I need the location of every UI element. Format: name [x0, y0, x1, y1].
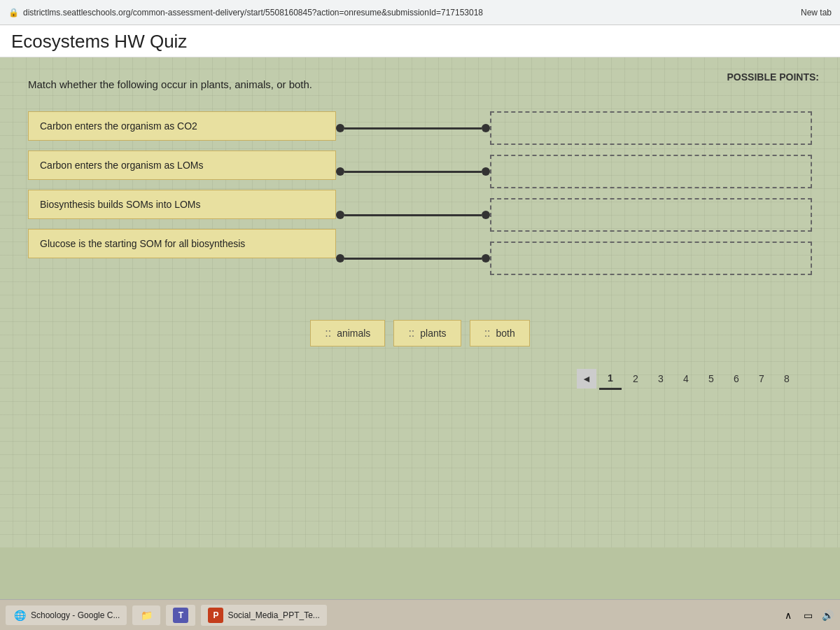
question-item-3: Biosynthesis builds SOMs into LOMs: [28, 190, 336, 219]
matching-container: Carbon enters the organism as CO2 Carbon…: [28, 111, 812, 285]
pagination: ◄ 1 2 3 4 5 6 7 8: [28, 368, 812, 390]
connector-line-3: [344, 214, 482, 216]
taskbar-item-teams[interactable]: T: [166, 605, 195, 626]
dot-right-4: [482, 254, 490, 262]
connector-line-4: [344, 258, 482, 260]
page-title: Ecosystems HW Quiz: [11, 31, 829, 52]
dot-left-2: [336, 167, 344, 176]
page-num-7[interactable]: 7: [750, 368, 773, 390]
page-prev-arrow[interactable]: ◄: [577, 369, 596, 388]
question-item-4: Glucose is the starting SOM for all bios…: [28, 229, 336, 258]
question-item-2: Carbon enters the organism as LOMs: [28, 150, 336, 180]
answer-boxes: [490, 111, 812, 275]
url-bar: districtlms.seattleschools.org/common-as…: [23, 8, 794, 18]
matching-wrapper: Carbon enters the organism as CO2 Carbon…: [28, 111, 812, 390]
page-num-8[interactable]: 8: [776, 368, 798, 390]
display-icon[interactable]: ▭: [801, 608, 815, 622]
taskbar-item-powerpoint-label: Social_Media_PPT_Te...: [227, 610, 319, 620]
dot-right-2: [482, 167, 490, 176]
page-num-3[interactable]: 3: [650, 368, 672, 390]
answer-box-1[interactable]: [490, 111, 812, 145]
page-num-1[interactable]: 1: [599, 368, 622, 390]
question-item-1: Carbon enters the organism as CO2: [28, 111, 336, 141]
question-item-3-text: Biosynthesis builds SOMs into LOMs: [40, 199, 201, 210]
speaker-icon[interactable]: 🔊: [820, 608, 834, 622]
taskbar-item-powerpoint[interactable]: P Social_Media_PPT_Te...: [201, 605, 326, 626]
drag-handle-animals: ::: [325, 328, 331, 339]
taskbar-item-schoology-label: Schoology - Google C...: [31, 610, 120, 620]
question-instruction: Match whether the following occur in pla…: [28, 78, 812, 90]
drag-handle-plants: ::: [408, 328, 414, 339]
possible-points: POSSIBLE POINTS:: [727, 71, 819, 83]
dot-left-1: [336, 124, 344, 132]
question-item-4-text: Glucose is the starting SOM for all bios…: [40, 238, 245, 249]
answer-box-2[interactable]: [490, 155, 812, 188]
page-num-2[interactable]: 2: [624, 368, 647, 390]
drag-items-area: :: animals :: plants :: both: [28, 320, 812, 346]
taskbar-right: ∧ ▭ 🔊: [781, 608, 834, 622]
dot-right-3: [482, 211, 490, 219]
chevron-up-icon[interactable]: ∧: [781, 608, 795, 622]
drag-handle-both: ::: [484, 328, 491, 339]
dot-left-4: [336, 254, 344, 262]
connector-row-4: [336, 241, 490, 275]
files-icon: 📁: [139, 608, 153, 622]
taskbar-item-files[interactable]: 📁: [132, 606, 160, 625]
answer-box-3[interactable]: [490, 198, 812, 232]
dot-right-1: [482, 124, 490, 132]
main-content: POSSIBLE POINTS: Match whether the follo…: [0, 57, 840, 547]
powerpoint-icon: P: [208, 608, 223, 623]
drag-item-plants-label: plants: [420, 328, 446, 339]
schoology-icon: 🌐: [13, 608, 27, 622]
question-items: Carbon enters the organism as CO2 Carbon…: [28, 111, 336, 258]
connector-line-1: [344, 127, 482, 130]
connector-line-2: [344, 171, 482, 173]
page-num-6[interactable]: 6: [725, 368, 748, 390]
connector-row-2: [336, 155, 490, 188]
drag-item-both[interactable]: :: both: [470, 320, 530, 346]
drag-item-both-label: both: [496, 328, 515, 339]
dot-left-3: [336, 211, 344, 219]
connector-row-1: [336, 111, 490, 145]
page-num-5[interactable]: 5: [700, 368, 722, 390]
taskbar: 🌐 Schoology - Google C... 📁 T P Social_M…: [0, 599, 840, 630]
lock-icon: 🔒: [8, 8, 19, 18]
browser-bar: 🔒 districtlms.seattleschools.org/common-…: [0, 0, 840, 25]
answer-box-4[interactable]: [490, 241, 812, 275]
connectors-area: [336, 111, 490, 285]
connector-row-3: [336, 198, 490, 232]
page-title-bar: Ecosystems HW Quiz: [0, 25, 840, 57]
new-tab-label: New tab: [801, 8, 832, 18]
drag-item-plants[interactable]: :: plants: [393, 320, 461, 346]
drag-item-animals[interactable]: :: animals: [310, 320, 385, 346]
question-item-1-text: Carbon enters the organism as CO2: [40, 120, 197, 132]
drag-item-animals-label: animals: [337, 328, 370, 339]
taskbar-item-schoology[interactable]: 🌐 Schoology - Google C...: [6, 606, 127, 625]
teams-icon: T: [173, 608, 188, 623]
page-num-4[interactable]: 4: [675, 368, 697, 390]
question-item-2-text: Carbon enters the organism as LOMs: [40, 160, 203, 171]
